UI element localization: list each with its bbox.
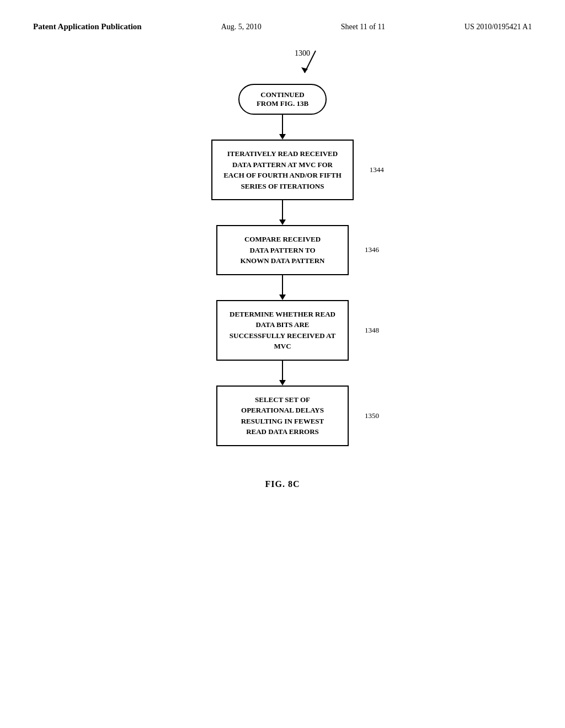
box-1346-text: COMPARE RECEIVEDDATA PATTERN TOKNOWN DAT… (228, 234, 337, 266)
box-1348: DETERMINE WHETHER READDATA BITS ARESUCCE… (216, 300, 349, 361)
continued-line2: FROM FIG. 13B (250, 99, 315, 108)
flow-number-label: 1300 (295, 49, 310, 58)
publication-date: Aug. 5, 2010 (221, 23, 262, 31)
label-1348: 1348 (365, 326, 379, 335)
label-1346: 1346 (365, 245, 379, 254)
node-1350: SELECT SET OFOPERATIONAL DELAYSRESULTING… (216, 386, 349, 446)
sheet-number: Sheet 11 of 11 (341, 23, 385, 31)
connector-1 (279, 115, 286, 140)
page: Patent Application Publication Aug. 5, 2… (0, 0, 565, 728)
connector-3 (279, 275, 286, 300)
label-1344: 1344 (370, 165, 384, 174)
box-1350-text: SELECT SET OFOPERATIONAL DELAYSRESULTING… (228, 394, 337, 437)
box-1350: SELECT SET OFOPERATIONAL DELAYSRESULTING… (216, 386, 349, 446)
label-1350: 1350 (365, 411, 379, 420)
node-continued: CONTINUED FROM FIG. 13B (238, 84, 327, 115)
figure-caption: FIG. 8C (265, 479, 300, 489)
flowchart-container: 1300 CONTINUED FROM FIG. 13B ITERATIVELY… (33, 48, 532, 489)
patent-number: US 2010/0195421 A1 (465, 23, 532, 31)
box-1346: COMPARE RECEIVEDDATA PATTERN TOKNOWN DAT… (216, 225, 349, 275)
box-1344-text: ITERATIVELY READ RECEIVEDDATA PATTERN AT… (223, 148, 342, 191)
box-1348-text: DETERMINE WHETHER READDATA BITS ARESUCCE… (228, 309, 337, 352)
node-1346: COMPARE RECEIVEDDATA PATTERN TOKNOWN DAT… (216, 225, 349, 275)
publication-title: Patent Application Publication (33, 22, 142, 31)
page-header: Patent Application Publication Aug. 5, 2… (33, 22, 532, 31)
connector-4 (279, 361, 286, 386)
node-1344: ITERATIVELY READ RECEIVEDDATA PATTERN AT… (211, 140, 354, 200)
node-1348: DETERMINE WHETHER READDATA BITS ARESUCCE… (216, 300, 349, 361)
continued-line1: CONTINUED (250, 90, 315, 99)
continued-box: CONTINUED FROM FIG. 13B (238, 84, 327, 115)
box-1344: ITERATIVELY READ RECEIVEDDATA PATTERN AT… (211, 140, 354, 200)
connector-2 (279, 200, 286, 225)
